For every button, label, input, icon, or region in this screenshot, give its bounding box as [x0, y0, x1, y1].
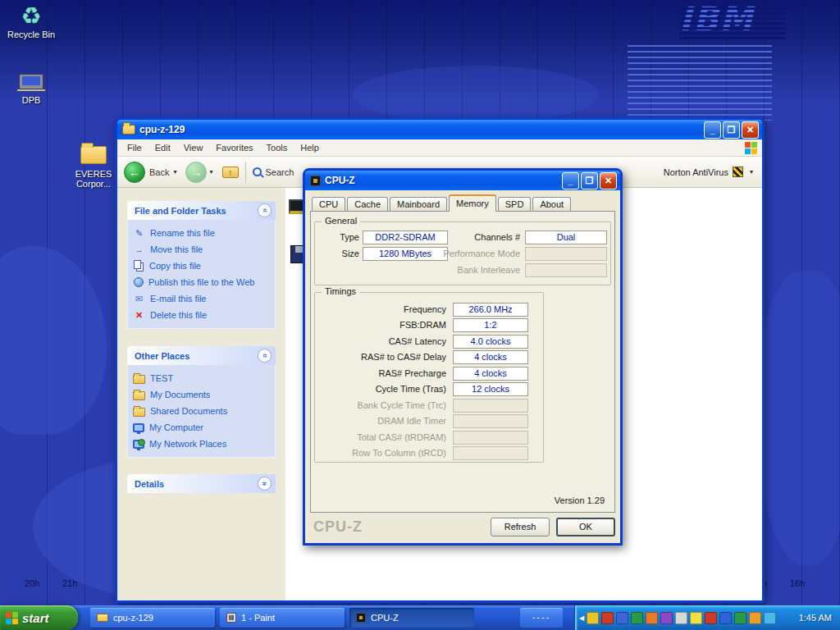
close-button[interactable]: ✕	[600, 172, 617, 189]
menu-tools[interactable]: Tools	[260, 141, 294, 154]
place-my-documents[interactable]: My Documents	[133, 386, 270, 403]
desktop-icon-label: DPB	[7, 95, 56, 105]
desktop-icon-everes[interactable]: EVERES Corpor...	[69, 141, 118, 189]
tab-cpu[interactable]: CPU	[312, 197, 345, 211]
menu-help[interactable]: Help	[294, 141, 326, 154]
norton-antivirus-toolbar[interactable]: Norton AntiVirus ▾	[664, 167, 756, 177]
taskbar-clock[interactable]: 1:45 AM	[799, 613, 832, 623]
timings-group-title: Timings	[322, 286, 359, 296]
maximize-button[interactable]: ❐	[581, 172, 598, 189]
folder-icon	[69, 141, 118, 169]
minimize-button[interactable]: _	[704, 121, 721, 139]
email-icon: ✉	[133, 293, 145, 304]
file-tasks-panel-title: File and Folder Tasks	[135, 206, 226, 216]
cpuz-dialog-body: CPU Cache Mainboard Memory SPD About Gen…	[305, 190, 620, 543]
tray-icon[interactable]	[705, 612, 717, 624]
place-test[interactable]: TEST	[133, 370, 270, 386]
task-item-label: Rename this file	[150, 228, 215, 238]
menu-edit[interactable]: Edit	[148, 141, 177, 154]
menu-view[interactable]: View	[177, 141, 210, 154]
desktop-icon-label: EVERES Corpor...	[69, 169, 118, 189]
place-item-label: My Computer	[149, 422, 203, 432]
place-item-label: My Network Places	[149, 439, 226, 449]
desktop-icon-dpb[interactable]: DPB	[7, 67, 56, 105]
collapse-chevron-icon[interactable]: »	[258, 203, 272, 217]
maximize-button[interactable]: ❐	[723, 121, 740, 139]
tray-icon[interactable]	[631, 612, 643, 624]
cpuz-logo-text: CPU-Z	[313, 518, 363, 536]
task-delete-file[interactable]: ✕ Delete this file	[133, 307, 270, 323]
refresh-button[interactable]: Refresh	[491, 518, 550, 536]
tray-icon[interactable]	[587, 612, 599, 624]
desktop-icon-label: Recycle Bin	[7, 30, 56, 39]
task-publish-file[interactable]: Publish this file to the Web	[133, 274, 270, 290]
minimize-button[interactable]: _	[562, 172, 579, 189]
tab-mainboard[interactable]: Mainboard	[390, 197, 447, 211]
menu-file[interactable]: File	[121, 141, 148, 154]
details-panel-header[interactable]: Details »	[127, 474, 276, 493]
place-my-computer[interactable]: My Computer	[133, 419, 270, 436]
tray-icon[interactable]	[764, 612, 776, 624]
start-button[interactable]: start	[0, 605, 78, 630]
bank-interleave-field	[525, 263, 607, 277]
tray-icon[interactable]	[690, 612, 702, 624]
tab-about[interactable]: About	[532, 197, 571, 211]
task-email-file[interactable]: ✉ E-mail this file	[133, 290, 270, 307]
tray-icon[interactable]	[675, 612, 687, 624]
tray-icon[interactable]	[749, 612, 761, 624]
taskbar-button-cpuz[interactable]: CPU-Z	[349, 608, 474, 628]
tab-cache[interactable]: Cache	[347, 197, 388, 211]
wallpaper-map-shape	[353, 66, 599, 123]
search-button-label[interactable]: Search	[266, 167, 294, 177]
tray-icon[interactable]	[616, 612, 628, 624]
desktop-icon-recycle-bin[interactable]: ♻ Recycle Bin	[7, 2, 56, 39]
close-button[interactable]: ✕	[742, 121, 759, 139]
tab-spd[interactable]: SPD	[498, 197, 532, 211]
cpuz-window: CPU-Z _ ❐ ✕ CPU Cache Mainboard Memory S…	[303, 168, 623, 546]
tray-icon[interactable]	[719, 612, 732, 624]
recycle-bin-icon: ♻	[7, 2, 56, 30]
move-icon: →	[133, 244, 145, 255]
tray-icon[interactable]	[646, 612, 658, 624]
back-button-icon[interactable]: ←	[124, 162, 145, 183]
folder-icon	[97, 614, 108, 622]
timing-value-field: 4 clocks	[453, 367, 528, 381]
task-rename-file[interactable]: ✎ Rename this file	[133, 225, 270, 241]
channels-label: Channels #	[413, 231, 520, 244]
place-shared-documents[interactable]: Shared Documents	[133, 403, 270, 419]
general-group-title: General	[322, 216, 360, 226]
folder-icon	[133, 375, 145, 384]
task-move-file[interactable]: → Move this file	[133, 241, 270, 258]
timing-value-field	[453, 431, 528, 445]
up-folder-button-icon[interactable]: ↑	[222, 167, 239, 178]
back-dropdown-caret-icon[interactable]: ▾	[173, 168, 176, 176]
back-button-label[interactable]: Back	[149, 167, 169, 177]
file-tasks-panel-header[interactable]: File and Folder Tasks »	[127, 201, 276, 220]
taskbar-button-explorer[interactable]: cpu-z-129	[90, 608, 215, 628]
task-copy-file[interactable]: Copy this file	[133, 258, 270, 274]
forward-button-icon[interactable]: →	[185, 162, 207, 183]
tray-icon-group	[587, 612, 776, 624]
general-groupbox: General Type DDR2-SDRAM Size 1280 MBytes…	[314, 221, 611, 285]
norton-dropdown-caret-icon[interactable]: ▾	[750, 168, 753, 176]
place-my-network[interactable]: My Network Places	[133, 436, 270, 452]
ok-button[interactable]: OK	[556, 518, 615, 536]
timings-groupbox: Timings Frequency 266.0 MHz FSB:DRAM 1:2…	[314, 292, 544, 463]
other-places-panel-title: Other Places	[135, 351, 189, 361]
taskbar-button-paint[interactable]: 1 - Paint	[220, 608, 345, 628]
task-item-label: Move this file	[150, 244, 203, 254]
tab-memory[interactable]: Memory	[449, 194, 496, 212]
tray-icon[interactable]	[660, 612, 673, 624]
other-places-panel-header[interactable]: Other Places »	[127, 346, 276, 365]
details-panel: Details »	[127, 474, 276, 493]
menu-favorites[interactable]: Favorites	[209, 141, 259, 154]
expand-chevron-icon[interactable]: »	[258, 477, 272, 491]
hide-icons-chevron-icon[interactable]: ◀	[579, 614, 584, 622]
taskbar-toolbar-handle[interactable]: ----	[520, 608, 563, 628]
search-icon[interactable]	[253, 167, 262, 176]
tray-icon[interactable]	[734, 612, 746, 624]
collapse-chevron-icon[interactable]: »	[258, 349, 272, 363]
forward-dropdown-caret-icon[interactable]: ▾	[209, 168, 212, 176]
tray-icon[interactable]	[601, 612, 614, 624]
version-label: Version 1.29	[555, 495, 605, 505]
